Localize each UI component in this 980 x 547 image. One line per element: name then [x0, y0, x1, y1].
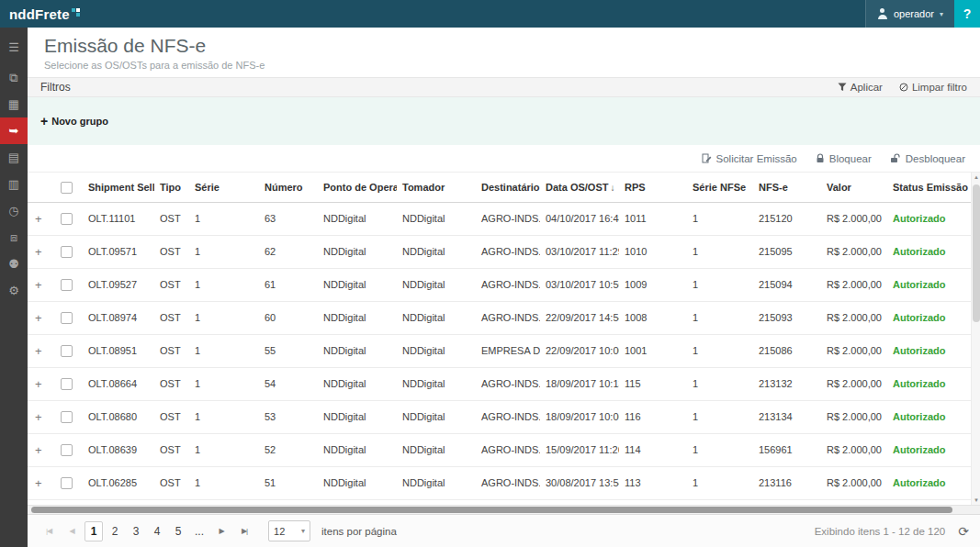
cell-rps: 1010 — [619, 235, 687, 268]
expand-row-icon[interactable]: + — [33, 377, 44, 391]
table-row[interactable]: +OLT.06285OST151NDDigitalNDDigitalAGRO-I… — [28, 466, 971, 499]
page-number-button[interactable]: 4 — [148, 521, 166, 541]
page-number-button[interactable]: 1 — [84, 521, 103, 541]
row-checkbox[interactable] — [61, 411, 73, 423]
vertical-scrollbar[interactable]: ▲ ▼ — [971, 173, 980, 505]
cell-serie: 1 — [189, 268, 259, 301]
row-checkbox[interactable] — [61, 345, 73, 357]
cell-shipment-sell: OLT.08951 — [83, 334, 154, 367]
sidebar-item-documents[interactable]: ⧉ — [0, 64, 28, 91]
new-group-button[interactable]: + Novo grupo — [40, 115, 108, 128]
cell-tomador: NDDigital — [397, 268, 476, 301]
column-header-numero[interactable]: Número — [259, 173, 318, 202]
select-all-checkbox[interactable] — [61, 182, 73, 194]
column-header-tipo[interactable]: Tipo — [154, 173, 189, 202]
column-header-status-emissao[interactable]: Status Emissão — [887, 173, 971, 202]
expand-row-icon[interactable]: + — [33, 212, 44, 226]
cell-ponto-operacao: NDDigital — [318, 301, 397, 334]
vertical-scroll-thumb[interactable] — [973, 184, 980, 322]
table-row[interactable]: +OLT.09527OST161NDDigitalNDDigitalAGRO-I… — [28, 268, 971, 301]
apply-filter-button[interactable]: Aplicar — [838, 82, 883, 93]
sidebar-item-users[interactable]: ⚉ — [0, 251, 28, 277]
grid-toolbar: Solicitar Emissão Bloquear Desbloquear — [28, 145, 980, 173]
row-checkbox[interactable] — [61, 312, 73, 324]
expand-row-icon[interactable]: + — [33, 476, 44, 490]
sidebar-item-menu[interactable]: ☰ — [0, 34, 28, 61]
cell-shipment-sell: OLT.11101 — [83, 202, 154, 235]
solicitar-emissao-button[interactable]: Solicitar Emissão — [702, 153, 797, 164]
expand-row-icon[interactable]: + — [33, 278, 44, 292]
emissions-table: Shipment Sell Tipo Série Número Ponto de… — [28, 173, 971, 505]
packages-icon: ⧈ — [10, 230, 17, 245]
column-header-nfse[interactable]: NFS-e — [753, 173, 821, 202]
page-size-select[interactable]: 12 ▾ — [268, 520, 310, 541]
column-header-serie-nfse[interactable]: Série NFSe — [687, 173, 753, 202]
expand-row-icon[interactable]: + — [33, 245, 44, 259]
column-header-data-os-ost[interactable]: Data OS/OST↓ — [540, 173, 619, 202]
horizontal-scroll-thumb[interactable] — [31, 507, 952, 513]
table-row[interactable]: +OLT.08680OST153NDDigitalNDDigitalAGRO-I… — [28, 400, 971, 433]
sidebar-item-document[interactable]: ▤ — [0, 144, 28, 171]
expand-row-icon[interactable]: + — [33, 410, 44, 424]
filter-icon — [838, 83, 847, 92]
row-checkbox[interactable] — [61, 246, 73, 258]
cell-rps: 115 — [619, 367, 687, 400]
refresh-button[interactable]: ⟳ — [958, 524, 969, 539]
column-header-ponto-operacao[interactable]: Ponto de Opera... — [318, 173, 397, 202]
cell-tomador: NDDigital — [397, 235, 476, 268]
sidebar-item-billing[interactable]: ▥ — [0, 171, 28, 197]
more-pages-button[interactable]: ... — [190, 525, 208, 538]
expand-row-icon[interactable]: + — [33, 344, 44, 358]
page-number-button[interactable]: 2 — [106, 521, 124, 541]
column-header-destinatario[interactable]: Destinatário — [476, 173, 540, 202]
sidebar-item-truck[interactable]: ▦ — [0, 91, 28, 117]
scroll-up-icon[interactable]: ▲ — [972, 174, 980, 180]
row-checkbox[interactable] — [61, 444, 73, 456]
table-row[interactable]: +OLT.09571OST162NDDigitalNDDigitalAGRO-I… — [28, 235, 971, 268]
expand-row-icon[interactable]: + — [33, 311, 44, 325]
sidebar-item-packages[interactable]: ⧈ — [0, 224, 28, 251]
sidebar-item-settings[interactable]: ⚙ — [0, 277, 28, 304]
column-header-rps[interactable]: RPS — [619, 173, 687, 202]
sidebar-item-history[interactable]: ◷ — [0, 197, 28, 224]
next-page-button[interactable]: ▶ — [211, 521, 231, 541]
column-header-tomador[interactable]: Tomador — [397, 173, 476, 202]
table-row[interactable]: +OLT.08639OST152NDDigitalNDDigitalAGRO-I… — [28, 433, 971, 466]
first-page-button[interactable]: |◀ — [39, 521, 59, 541]
cell-tomador: NDDigital — [397, 466, 476, 499]
table-row[interactable]: +OLT.08664OST154NDDigitalNDDigitalAGRO-I… — [28, 367, 971, 400]
table-row[interactable]: +OLT.11101OST163NDDigitalNDDigitalAGRO-I… — [28, 202, 971, 235]
column-header-shipment-sell[interactable]: Shipment Sell — [83, 173, 154, 202]
help-button[interactable]: ? — [954, 0, 980, 28]
sidebar-item-nfse-emission[interactable]: ➥ — [0, 117, 28, 144]
cell-numero: 60 — [259, 301, 318, 334]
table-row[interactable]: +OLT.08951OST155NDDigitalNDDigitalEMPRES… — [28, 334, 971, 367]
horizontal-scrollbar[interactable] — [28, 505, 980, 514]
table-row[interactable]: +OLT.08974OST160NDDigitalNDDigitalAGRO-I… — [28, 301, 971, 334]
cell-valor: R$ 2.000,00 — [821, 301, 887, 334]
document-icon: ▤ — [8, 151, 19, 164]
row-checkbox[interactable] — [61, 213, 73, 225]
row-checkbox[interactable] — [61, 477, 73, 489]
bloquear-button[interactable]: Bloquear — [816, 153, 872, 164]
expand-row-icon[interactable]: + — [33, 443, 44, 457]
desbloquear-button[interactable]: Desbloquear — [890, 153, 965, 164]
column-header-valor[interactable]: Valor — [821, 173, 887, 202]
status-cell: Autorizado — [887, 400, 971, 433]
page-number-button[interactable]: 3 — [127, 521, 145, 541]
user-menu[interactable]: operador ▾ — [865, 0, 954, 28]
prev-page-button[interactable]: ◀ — [62, 521, 82, 541]
row-checkbox[interactable] — [61, 378, 73, 390]
row-checkbox[interactable] — [61, 279, 73, 291]
plus-icon: + — [40, 115, 48, 128]
last-page-button[interactable]: ▶| — [234, 521, 254, 541]
cell-valor: R$ 2.000,00 — [821, 433, 887, 466]
column-header-serie[interactable]: Série — [189, 173, 259, 202]
cell-valor: R$ 2.000,00 — [821, 400, 887, 433]
cell-valor: R$ 2.000,00 — [821, 235, 887, 268]
cell-tomador: NDDigital — [397, 301, 476, 334]
page-number-button[interactable]: 5 — [169, 521, 187, 541]
cell-ponto-operacao: NDDigital — [318, 400, 397, 433]
clear-filter-button[interactable]: Limpar filtro — [899, 82, 967, 93]
scroll-down-icon[interactable]: ▼ — [972, 497, 980, 503]
